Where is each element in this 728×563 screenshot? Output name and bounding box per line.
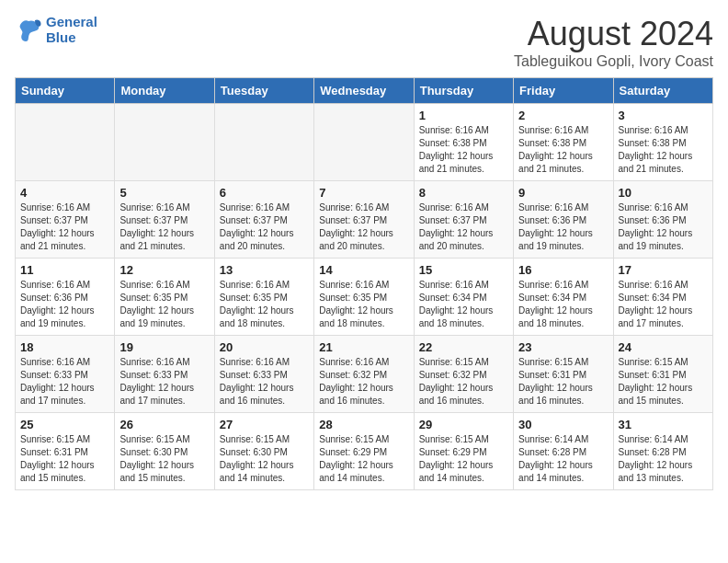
day-info: Sunrise: 6:16 AM Sunset: 6:33 PM Dayligh… [119, 356, 209, 408]
day-number: 29 [419, 418, 508, 431]
logo-blue: Blue [46, 30, 97, 46]
calendar-cell: 17Sunrise: 6:16 AM Sunset: 6:34 PM Dayli… [613, 259, 712, 336]
logo-general: General [46, 14, 97, 29]
day-number: 21 [319, 340, 408, 354]
day-info: Sunrise: 6:16 AM Sunset: 6:36 PM Dayligh… [20, 279, 109, 330]
calendar-cell: 16Sunrise: 6:16 AM Sunset: 6:34 PM Dayli… [514, 259, 613, 336]
calendar-cell [314, 104, 414, 181]
calendar-cell: 23Sunrise: 6:15 AM Sunset: 6:31 PM Dayli… [514, 336, 613, 413]
calendar-cell: 22Sunrise: 6:15 AM Sunset: 6:32 PM Dayli… [414, 336, 513, 413]
logo: General Blue [15, 15, 97, 45]
day-number: 4 [20, 186, 109, 200]
calendar-cell: 26Sunrise: 6:15 AM Sunset: 6:30 PM Dayli… [115, 413, 214, 490]
day-number: 19 [119, 340, 209, 354]
page-header: General Blue August 2024 Tableguikou Gop… [15, 15, 713, 70]
day-info: Sunrise: 6:16 AM Sunset: 6:37 PM Dayligh… [419, 201, 508, 253]
day-info: Sunrise: 6:16 AM Sunset: 6:37 PM Dayligh… [319, 201, 408, 253]
calendar-week-row: 25Sunrise: 6:15 AM Sunset: 6:31 PM Dayli… [16, 413, 713, 490]
calendar-cell: 11Sunrise: 6:16 AM Sunset: 6:36 PM Dayli… [16, 259, 115, 336]
calendar-cell: 20Sunrise: 6:16 AM Sunset: 6:33 PM Dayli… [214, 336, 313, 413]
calendar-cell: 15Sunrise: 6:16 AM Sunset: 6:34 PM Dayli… [414, 259, 513, 336]
day-info: Sunrise: 6:15 AM Sunset: 6:31 PM Dayligh… [619, 356, 708, 408]
weekday-header: Thursday [414, 78, 513, 104]
day-info: Sunrise: 6:15 AM Sunset: 6:29 PM Dayligh… [319, 433, 408, 485]
day-info: Sunrise: 6:16 AM Sunset: 6:38 PM Dayligh… [419, 124, 508, 176]
calendar-cell [214, 104, 313, 181]
day-number: 10 [619, 186, 708, 200]
day-info: Sunrise: 6:16 AM Sunset: 6:33 PM Dayligh… [20, 356, 109, 408]
day-number: 15 [419, 263, 508, 277]
day-info: Sunrise: 6:16 AM Sunset: 6:36 PM Dayligh… [518, 201, 608, 253]
day-info: Sunrise: 6:16 AM Sunset: 6:34 PM Dayligh… [619, 279, 708, 330]
day-number: 14 [319, 263, 408, 277]
calendar-week-row: 1Sunrise: 6:16 AM Sunset: 6:38 PM Daylig… [16, 104, 713, 181]
day-info: Sunrise: 6:16 AM Sunset: 6:38 PM Dayligh… [619, 124, 708, 176]
day-info: Sunrise: 6:16 AM Sunset: 6:37 PM Dayligh… [220, 201, 309, 253]
day-info: Sunrise: 6:15 AM Sunset: 6:30 PM Dayligh… [119, 433, 209, 485]
logo-icon [15, 17, 42, 43]
day-info: Sunrise: 6:15 AM Sunset: 6:32 PM Dayligh… [419, 356, 508, 408]
calendar-cell: 8Sunrise: 6:16 AM Sunset: 6:37 PM Daylig… [414, 181, 513, 259]
calendar-cell: 2Sunrise: 6:16 AM Sunset: 6:38 PM Daylig… [514, 104, 613, 181]
day-number: 17 [619, 263, 708, 277]
calendar-cell: 6Sunrise: 6:16 AM Sunset: 6:37 PM Daylig… [214, 181, 313, 259]
page-title: August 2024 [514, 15, 713, 53]
day-number: 1 [419, 109, 508, 122]
calendar-cell: 31Sunrise: 6:14 AM Sunset: 6:28 PM Dayli… [613, 413, 712, 490]
day-info: Sunrise: 6:16 AM Sunset: 6:38 PM Dayligh… [518, 124, 608, 176]
day-number: 13 [220, 263, 309, 277]
calendar-cell: 30Sunrise: 6:14 AM Sunset: 6:28 PM Dayli… [514, 413, 613, 490]
calendar-cell: 24Sunrise: 6:15 AM Sunset: 6:31 PM Dayli… [613, 336, 712, 413]
day-number: 23 [518, 340, 608, 354]
day-number: 7 [319, 186, 408, 200]
calendar-week-row: 11Sunrise: 6:16 AM Sunset: 6:36 PM Dayli… [16, 259, 713, 336]
weekday-header: Friday [514, 78, 613, 104]
day-info: Sunrise: 6:15 AM Sunset: 6:31 PM Dayligh… [518, 356, 608, 408]
day-number: 22 [419, 340, 508, 354]
weekday-header: Monday [115, 78, 214, 104]
day-number: 3 [619, 109, 708, 122]
calendar-cell: 27Sunrise: 6:15 AM Sunset: 6:30 PM Dayli… [214, 413, 313, 490]
calendar-cell: 29Sunrise: 6:15 AM Sunset: 6:29 PM Dayli… [414, 413, 513, 490]
calendar-cell: 19Sunrise: 6:16 AM Sunset: 6:33 PM Dayli… [115, 336, 214, 413]
day-info: Sunrise: 6:15 AM Sunset: 6:29 PM Dayligh… [419, 433, 508, 485]
day-info: Sunrise: 6:16 AM Sunset: 6:34 PM Dayligh… [419, 279, 508, 330]
calendar-week-row: 18Sunrise: 6:16 AM Sunset: 6:33 PM Dayli… [16, 336, 713, 413]
calendar-cell: 3Sunrise: 6:16 AM Sunset: 6:38 PM Daylig… [613, 104, 712, 181]
day-info: Sunrise: 6:14 AM Sunset: 6:28 PM Dayligh… [619, 433, 708, 485]
page-subtitle: Tableguikou Gopli, Ivory Coast [514, 53, 713, 70]
weekday-header: Sunday [16, 78, 115, 104]
day-number: 18 [20, 340, 109, 354]
day-number: 16 [518, 263, 608, 277]
calendar-cell: 18Sunrise: 6:16 AM Sunset: 6:33 PM Dayli… [16, 336, 115, 413]
day-info: Sunrise: 6:16 AM Sunset: 6:37 PM Dayligh… [119, 201, 209, 253]
day-number: 27 [220, 418, 309, 431]
day-number: 5 [119, 186, 209, 200]
calendar-cell: 7Sunrise: 6:16 AM Sunset: 6:37 PM Daylig… [314, 181, 414, 259]
day-info: Sunrise: 6:16 AM Sunset: 6:37 PM Dayligh… [20, 201, 109, 253]
day-info: Sunrise: 6:15 AM Sunset: 6:31 PM Dayligh… [20, 433, 109, 485]
calendar-cell [115, 104, 214, 181]
day-number: 30 [518, 418, 608, 431]
day-number: 24 [619, 340, 708, 354]
calendar-week-row: 4Sunrise: 6:16 AM Sunset: 6:37 PM Daylig… [16, 181, 713, 259]
weekday-header: Tuesday [214, 78, 313, 104]
day-number: 8 [419, 186, 508, 200]
calendar-cell: 4Sunrise: 6:16 AM Sunset: 6:37 PM Daylig… [16, 181, 115, 259]
calendar-cell: 28Sunrise: 6:15 AM Sunset: 6:29 PM Dayli… [314, 413, 414, 490]
day-number: 11 [20, 263, 109, 277]
day-number: 20 [220, 340, 309, 354]
calendar-cell: 5Sunrise: 6:16 AM Sunset: 6:37 PM Daylig… [115, 181, 214, 259]
day-number: 25 [20, 418, 109, 431]
day-info: Sunrise: 6:16 AM Sunset: 6:33 PM Dayligh… [220, 356, 309, 408]
weekday-header: Saturday [613, 78, 712, 104]
calendar-cell: 10Sunrise: 6:16 AM Sunset: 6:36 PM Dayli… [613, 181, 712, 259]
title-block: August 2024 Tableguikou Gopli, Ivory Coa… [514, 15, 713, 70]
day-number: 9 [518, 186, 608, 200]
weekday-header-row: SundayMondayTuesdayWednesdayThursdayFrid… [16, 78, 713, 104]
day-info: Sunrise: 6:16 AM Sunset: 6:32 PM Dayligh… [319, 356, 408, 408]
day-number: 28 [319, 418, 408, 431]
day-info: Sunrise: 6:16 AM Sunset: 6:35 PM Dayligh… [220, 279, 309, 330]
day-info: Sunrise: 6:15 AM Sunset: 6:30 PM Dayligh… [220, 433, 309, 485]
calendar-cell: 13Sunrise: 6:16 AM Sunset: 6:35 PM Dayli… [214, 259, 313, 336]
